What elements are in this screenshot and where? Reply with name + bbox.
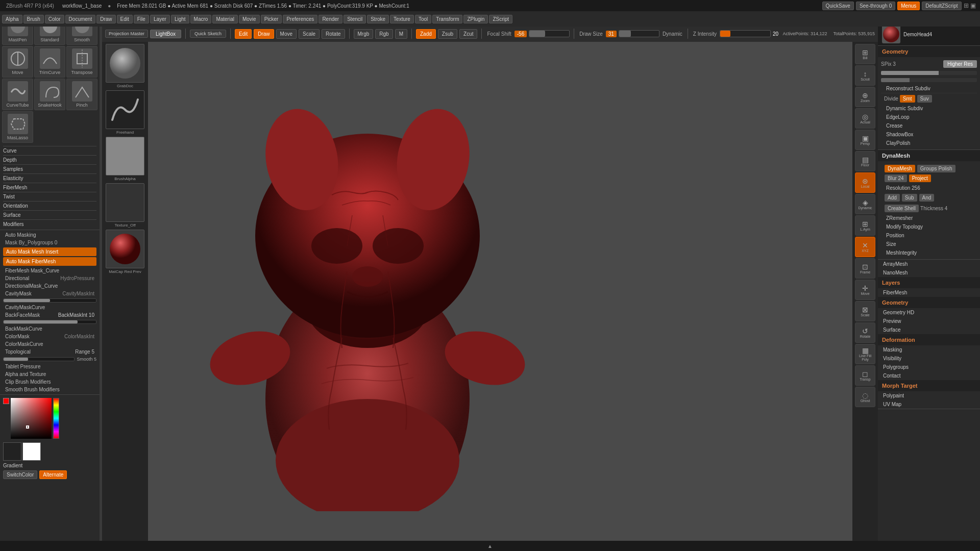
rib-ghost[interactable]: ◌Ghost: [855, 387, 875, 407]
z-intensity-slider[interactable]: [720, 30, 771, 37]
brush-snakehook[interactable]: SnakeHook: [34, 79, 65, 110]
edit-menu[interactable]: Edit: [117, 15, 133, 23]
rib-scale[interactable]: ⊠Scale: [855, 301, 875, 321]
deformation-title[interactable]: Deformation: [878, 334, 980, 345]
modifiers-section[interactable]: Modifiers: [3, 219, 96, 229]
auto-mask-fibermesh[interactable]: Auto Mask FiberMesh: [3, 257, 96, 266]
smooth-brush-modifiers[interactable]: Smooth Brush Modifiers: [3, 386, 96, 393]
rib-scroll[interactable]: ↕Scroll: [855, 65, 875, 86]
draw-menu[interactable]: Draw: [96, 15, 115, 23]
tablet-pressure[interactable]: Tablet Pressure: [3, 363, 96, 370]
brush-transpose[interactable]: Transpose: [66, 46, 97, 78]
fibermesh-mask-curve[interactable]: FiberMesh Mask_Curve: [3, 267, 96, 274]
tool-menu[interactable]: Tool: [415, 15, 431, 23]
brush-pinch[interactable]: Pinch: [66, 79, 97, 110]
suv-btn[interactable]: Suv: [917, 95, 932, 103]
lightbox-btn[interactable]: LightBox: [150, 30, 181, 38]
swatch-white[interactable]: [22, 442, 41, 461]
swatch-black[interactable]: [3, 442, 21, 461]
viewport[interactable]: [148, 42, 878, 541]
macro-menu[interactable]: Macro: [190, 15, 212, 23]
thumb-grabdoc[interactable]: GrabDoc: [106, 44, 144, 88]
sub-btn[interactable]: Sub: [902, 194, 917, 202]
crease-item[interactable]: Crease: [881, 121, 977, 130]
geometry-title[interactable]: Geometry: [878, 46, 980, 57]
default-zscript-btn[interactable]: DefaultZScript: [922, 2, 961, 10]
rib-dynamic[interactable]: ◈Dynamic: [855, 194, 875, 214]
elasticity-section[interactable]: Elasticity: [3, 173, 96, 183]
shadowbox-item[interactable]: ShadowBox: [881, 130, 977, 139]
draw-size-val[interactable]: 31: [606, 31, 617, 37]
contact-item[interactable]: Contact: [878, 371, 980, 380]
subdiv-slider2[interactable]: [881, 78, 977, 82]
rib-zoom[interactable]: ⊕Zoom: [855, 87, 875, 107]
create-shell-btn[interactable]: Create Shell: [885, 205, 919, 212]
brush-curvetube[interactable]: CurveTube: [2, 79, 33, 110]
hue-slider[interactable]: [53, 398, 59, 439]
thumb-brushalpha[interactable]: BrushAlpha: [106, 137, 144, 181]
transform-menu[interactable]: Transform: [432, 15, 462, 23]
preview-item[interactable]: Preview: [878, 317, 980, 325]
light-menu[interactable]: Light: [171, 15, 189, 23]
cavity-mask-item[interactable]: CavityMask CavityMaskInt: [3, 290, 96, 297]
curve-section[interactable]: Curve: [3, 146, 96, 155]
samples-section[interactable]: Samples: [3, 164, 96, 173]
clip-brush-modifiers[interactable]: Clip Brush Modifiers: [3, 378, 96, 386]
resolution-item[interactable]: Resolution 256: [881, 184, 977, 192]
uvmap-item[interactable]: UV Map: [878, 400, 980, 409]
zadd-btn[interactable]: Zadd: [416, 29, 436, 39]
rib-frame[interactable]: ⊡Frame: [855, 258, 875, 279]
size-item[interactable]: Size: [881, 240, 977, 248]
edgeloop-item[interactable]: EdgeLoop: [881, 113, 977, 121]
mask-by-polygroups[interactable]: Mask By_Polygroups 0: [3, 239, 96, 246]
blur-btn[interactable]: Blur 24: [885, 174, 907, 182]
thumb-matcap-red[interactable]: MatCap Red Prev: [106, 230, 144, 274]
stroke-menu[interactable]: Stroke: [367, 15, 389, 23]
picker-menu[interactable]: Picker: [261, 15, 282, 23]
edit-btn[interactable]: Edit: [235, 29, 252, 39]
morph-target-title[interactable]: Morph Target: [878, 380, 980, 391]
file-menu[interactable]: File: [134, 15, 149, 23]
depth-section[interactable]: Depth: [3, 155, 96, 164]
alpha-menu[interactable]: Alpha: [2, 15, 22, 23]
zscript-menu[interactable]: ZScript: [489, 15, 512, 23]
mesh-integrity-item[interactable]: MeshIntegrity: [881, 248, 977, 257]
mrgb-btn[interactable]: Mrgb: [354, 29, 374, 39]
rib-transp[interactable]: ◻Transp: [855, 365, 875, 386]
brush-maslasso[interactable]: MasLasso: [2, 111, 33, 143]
rib-bill[interactable]: ⊞Bill: [855, 44, 875, 64]
backmask-item[interactable]: BackFaceMask BackMaskInt 10: [3, 311, 96, 319]
projection-master-btn[interactable]: Projection Master: [105, 30, 148, 38]
focal-shift-slider[interactable]: [529, 30, 570, 37]
directional-item[interactable]: Directional HydroPressure: [3, 274, 96, 282]
rgb-btn[interactable]: Rgb: [375, 29, 393, 39]
nanomesh-item[interactable]: NanoMesh: [878, 268, 980, 277]
brush-move[interactable]: Move: [2, 46, 33, 78]
rib-local[interactable]: ⊛Local: [855, 172, 875, 193]
menus-btn[interactable]: Menus: [897, 2, 920, 10]
zcut-btn[interactable]: Zcut: [459, 29, 477, 39]
and-btn[interactable]: And: [919, 194, 935, 202]
reconstruct-subdiv[interactable]: Reconstruct Subdiv: [881, 84, 977, 93]
move-btn[interactable]: Move: [276, 29, 297, 39]
brush-trimcurve[interactable]: TrimCurve: [34, 46, 65, 78]
add-btn[interactable]: Add: [885, 194, 900, 202]
dynamesh-title[interactable]: DynaMesh: [878, 150, 980, 161]
auto-mask-mesh-insert[interactable]: Auto Mask Mesh Insert: [3, 247, 96, 256]
colormask-item[interactable]: ColorMask ColorMaskInt: [3, 333, 96, 340]
polypaint-item[interactable]: Polypaint: [878, 391, 980, 400]
preferences-menu[interactable]: Preferences: [283, 15, 317, 23]
topo-slider[interactable]: [3, 357, 75, 361]
switchcolor-btn[interactable]: SwitchColor: [3, 470, 37, 479]
dynamesh-btn[interactable]: DynaMesh: [885, 165, 915, 172]
rotate-btn[interactable]: Rotate: [322, 29, 345, 39]
smt-btn[interactable]: Smt: [900, 95, 915, 103]
material-menu[interactable]: Material: [212, 15, 238, 23]
visibility-item[interactable]: Visibility: [878, 354, 980, 363]
document-menu[interactable]: Document: [65, 15, 96, 23]
see-through-btn[interactable]: See-through 0: [856, 2, 895, 10]
layer-menu[interactable]: Layer: [150, 15, 170, 23]
rib-rotate[interactable]: ↺Rotate: [855, 322, 875, 343]
color-gradient-box[interactable]: [11, 398, 52, 439]
geometry-hd-item[interactable]: Geometry HD: [878, 308, 980, 317]
